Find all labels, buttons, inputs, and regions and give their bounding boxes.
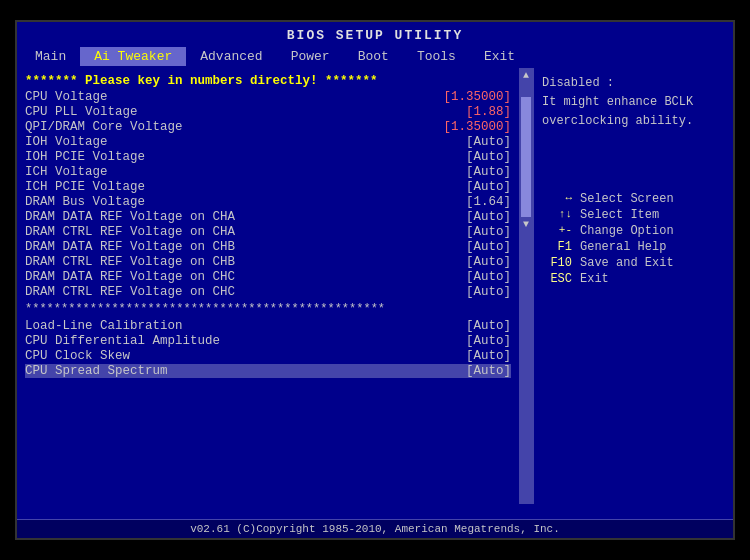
scrollbar[interactable]: ▲ ▼ — [519, 68, 533, 504]
menu-power[interactable]: Power — [277, 47, 344, 66]
bios-row-cpu-voltage[interactable]: CPU Voltage [1.35000] — [25, 90, 511, 104]
menu-boot[interactable]: Boot — [344, 47, 403, 66]
bios-row-ich[interactable]: ICH Voltage [Auto] — [25, 165, 511, 179]
bios-row-cpu-pll[interactable]: CPU PLL Voltage [1.88] — [25, 105, 511, 119]
key-row-select-item: ↑↓ Select Item — [542, 208, 725, 222]
scroll-thumb[interactable] — [521, 97, 531, 217]
content-panel: ******* Please key in numbers directly! … — [17, 68, 519, 504]
menu-advanced[interactable]: Advanced — [186, 47, 276, 66]
bios-row-dram-ctrl-chb[interactable]: DRAM CTRL REF Voltage on CHB [Auto] — [25, 255, 511, 269]
sidebar-line2: It might enhance BCLK — [542, 93, 725, 112]
bios-row-dram-data-chc[interactable]: DRAM DATA REF Voltage on CHC [Auto] — [25, 270, 511, 284]
bios-row-dram-ctrl-cha[interactable]: DRAM CTRL REF Voltage on CHA [Auto] — [25, 225, 511, 239]
bios-row-cpu-clock-skew[interactable]: CPU Clock Skew [Auto] — [25, 349, 511, 363]
menu-ai-tweaker[interactable]: Ai Tweaker — [80, 47, 186, 66]
key-row-f10: F10 Save and Exit — [542, 256, 725, 270]
bios-row-ich-pcie[interactable]: ICH PCIE Voltage [Auto] — [25, 180, 511, 194]
bios-title: BIOS SETUP UTILITY — [17, 22, 733, 45]
bios-row-load-line[interactable]: Load-Line Calibration [Auto] — [25, 319, 511, 333]
bios-screen: BIOS SETUP UTILITY Main Ai Tweaker Advan… — [15, 20, 735, 540]
bios-row-ioh-pcie[interactable]: IOH PCIE Voltage [Auto] — [25, 150, 511, 164]
scroll-up-arrow[interactable]: ▲ — [521, 68, 531, 83]
sidebar-line1: Disabled : — [542, 74, 725, 93]
menu-bar: Main Ai Tweaker Advanced Power Boot Tool… — [17, 45, 733, 68]
sidebar: Disabled : It might enhance BCLK overclo… — [533, 68, 733, 504]
menu-tools[interactable]: Tools — [403, 47, 470, 66]
key-row-esc: ESC Exit — [542, 272, 725, 286]
scroll-down-arrow[interactable]: ▼ — [521, 217, 531, 232]
key-row-change-option: +- Change Option — [542, 224, 725, 238]
key-row-select-screen: ↔ Select Screen — [542, 192, 725, 206]
menu-main[interactable]: Main — [21, 47, 80, 66]
bios-row-qpi-dram[interactable]: QPI/DRAM Core Voltage [1.35000] — [25, 120, 511, 134]
sidebar-keys: ↔ Select Screen ↑↓ Select Item +- Change… — [542, 192, 725, 286]
bios-row-ioh[interactable]: IOH Voltage [Auto] — [25, 135, 511, 149]
notice-text: ******* Please key in numbers directly! … — [25, 74, 511, 88]
bios-row-dram-data-chb[interactable]: DRAM DATA REF Voltage on CHB [Auto] — [25, 240, 511, 254]
separator-2: ****************************************… — [25, 302, 511, 316]
menu-exit[interactable]: Exit — [470, 47, 529, 66]
key-row-f1: F1 General Help — [542, 240, 725, 254]
main-area: ******* Please key in numbers directly! … — [17, 68, 733, 504]
bios-row-dram-ctrl-chc[interactable]: DRAM CTRL REF Voltage on CHC [Auto] — [25, 285, 511, 299]
bios-row-dram-data-cha[interactable]: DRAM DATA REF Voltage on CHA [Auto] — [25, 210, 511, 224]
bios-row-cpu-diff[interactable]: CPU Differential Amplitude [Auto] — [25, 334, 511, 348]
sidebar-line3: overclocking ability. — [542, 112, 725, 131]
bios-row-cpu-spread[interactable]: CPU Spread Spectrum [Auto] — [25, 364, 511, 378]
footer: v02.61 (C)Copyright 1985-2010, American … — [17, 519, 733, 538]
bios-row-dram-bus[interactable]: DRAM Bus Voltage [1.64] — [25, 195, 511, 209]
